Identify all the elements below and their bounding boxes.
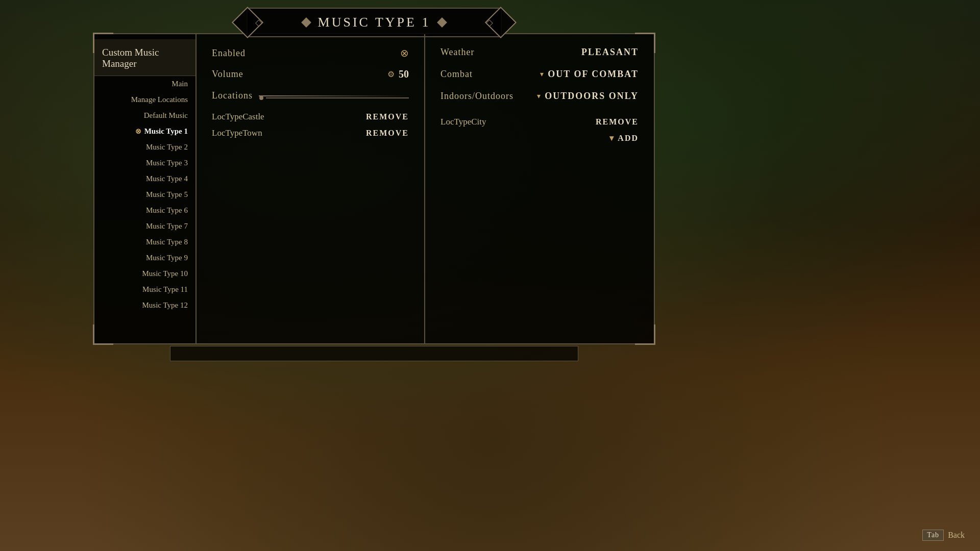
remove-castle-button[interactable]: REMOVE	[366, 112, 409, 121]
title-diamond-right	[437, 17, 448, 28]
location-name-castle: LocTypeCastle	[212, 112, 264, 122]
enabled-setting-row: Enabled ⊗	[212, 47, 409, 59]
sidebar-item-music-type-2[interactable]: Music Type 2	[94, 139, 195, 155]
location-row-castle: LocTypeCastle REMOVE	[212, 109, 409, 125]
sidebar-item-music-type-8[interactable]: Music Type 8	[94, 234, 195, 250]
enabled-checkbox-icon: ⊗	[400, 47, 409, 59]
weather-value[interactable]: PLEASANT	[581, 47, 639, 58]
locations-divider	[259, 95, 409, 96]
right-location-section: LocTypeCity REMOVE ▾ ADD	[440, 117, 639, 143]
enabled-label: Enabled	[212, 48, 246, 59]
combat-value[interactable]: ▾ OUT OF COMBAT	[540, 69, 639, 80]
sidebar-item-music-type-5[interactable]: Music Type 5	[94, 187, 195, 203]
add-location-button[interactable]: ▾ ADD	[609, 133, 639, 143]
svg-point-0	[259, 96, 263, 100]
combat-setting-row: Combat ▾ OUT OF COMBAT	[440, 69, 639, 80]
volume-value[interactable]: ⚙ 50	[387, 68, 409, 80]
sidebar-item-music-type-11[interactable]: Music Type 11	[94, 282, 195, 297]
sidebar-item-music-type-6[interactable]: Music Type 6	[94, 203, 195, 218]
right-location-row-city: LocTypeCity REMOVE	[440, 117, 639, 127]
title-decoration-right: ◇	[486, 17, 493, 28]
indoors-outdoors-dropdown-arrow-icon: ▾	[537, 92, 541, 101]
sidebar-item-default-music[interactable]: Default Music	[94, 108, 195, 123]
bottom-decorative-bar	[170, 346, 578, 361]
volume-label: Volume	[212, 69, 243, 80]
main-dialog: ◇ MUSIC TYPE 1 ◇ Custom Music Manager Ma…	[93, 33, 655, 344]
left-panel: Enabled ⊗ Volume ⚙ 50 Locations	[197, 34, 425, 343]
volume-icon: ⚙	[387, 69, 395, 79]
title-decoration-left: ◇	[255, 17, 262, 28]
combat-dropdown-arrow-icon: ▾	[540, 70, 544, 79]
location-row-town: LocTypeTown REMOVE	[212, 125, 409, 141]
remove-town-button[interactable]: REMOVE	[366, 129, 409, 138]
active-indicator-icon: ⊗	[135, 127, 141, 136]
sidebar-title: Custom Music Manager	[94, 39, 195, 76]
sidebar: Custom Music Manager Main Manage Locatio…	[94, 34, 197, 343]
sidebar-item-music-type-1[interactable]: ⊗ Music Type 1	[94, 123, 195, 139]
indoors-outdoors-setting-row: Indoors/Outdoors ▾ OUTDOORS ONLY	[440, 91, 639, 102]
enabled-value[interactable]: ⊗	[400, 47, 409, 59]
sidebar-item-music-type-10[interactable]: Music Type 10	[94, 266, 195, 282]
title-diamond-left	[301, 17, 311, 28]
sidebar-item-music-type-3[interactable]: Music Type 3	[94, 155, 195, 171]
locations-header: Locations	[212, 90, 409, 101]
weather-text: PLEASANT	[581, 47, 639, 58]
volume-number: 50	[399, 68, 409, 80]
sidebar-item-main[interactable]: Main	[94, 76, 195, 92]
sidebar-item-manage-locations[interactable]: Manage Locations	[94, 92, 195, 108]
combat-text: OUT OF COMBAT	[548, 69, 639, 80]
tab-key-badge: Tab	[922, 530, 944, 541]
remove-city-button[interactable]: REMOVE	[596, 117, 639, 127]
right-location-name-city: LocTypeCity	[440, 117, 486, 127]
add-arrow-icon: ▾	[609, 133, 615, 143]
indoors-outdoors-value[interactable]: ▾ OUTDOORS ONLY	[537, 91, 639, 102]
locations-title: Locations	[212, 90, 253, 101]
sidebar-item-music-type-12[interactable]: Music Type 12	[94, 297, 195, 313]
weather-label: Weather	[440, 47, 475, 58]
indoors-outdoors-label: Indoors/Outdoors	[440, 91, 513, 102]
add-label: ADD	[618, 134, 639, 143]
location-name-town: LocTypeTown	[212, 128, 262, 138]
add-location-row: ▾ ADD	[440, 133, 639, 143]
sidebar-item-music-type-7[interactable]: Music Type 7	[94, 218, 195, 234]
dialog-title: MUSIC TYPE 1	[318, 15, 431, 30]
combat-label: Combat	[440, 69, 473, 80]
volume-setting-row: Volume ⚙ 50	[212, 68, 409, 80]
right-panel: Weather PLEASANT Combat ▾ OUT OF COMBAT …	[425, 34, 654, 343]
navigation-hint: Tab Back	[922, 530, 965, 541]
tab-key-label: Back	[948, 531, 965, 540]
indoors-outdoors-text: OUTDOORS ONLY	[545, 91, 639, 102]
sidebar-item-music-type-9[interactable]: Music Type 9	[94, 250, 195, 266]
weather-setting-row: Weather PLEASANT	[440, 47, 639, 58]
sidebar-item-music-type-4[interactable]: Music Type 4	[94, 171, 195, 187]
main-content: Enabled ⊗ Volume ⚙ 50 Locations	[197, 34, 654, 343]
title-bar: ◇ MUSIC TYPE 1 ◇	[247, 8, 502, 37]
